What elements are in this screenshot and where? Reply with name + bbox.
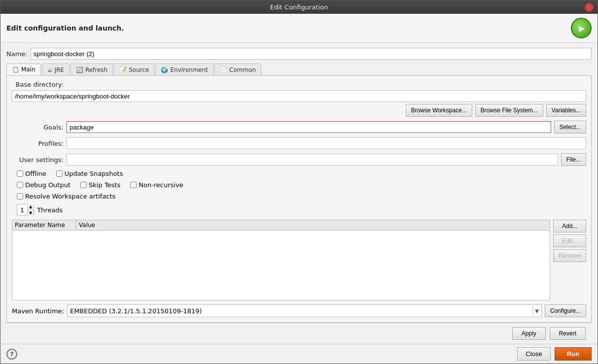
param-buttons: Add... Edit... Remove bbox=[553, 220, 586, 300]
threads-row: 1 ▲ ▼ Threads bbox=[12, 204, 586, 216]
offline-checkbox[interactable] bbox=[17, 170, 23, 177]
user-settings-label: User settings: bbox=[12, 156, 64, 164]
user-settings-row: User settings: File... bbox=[12, 153, 586, 166]
param-col-value: Value bbox=[76, 220, 550, 230]
tab-environment-label: Environment bbox=[170, 66, 208, 73]
apply-revert-bar: Apply Revert bbox=[6, 323, 592, 344]
edit-button[interactable]: Edit... bbox=[553, 234, 586, 247]
tab-environment-icon: 🌍 bbox=[161, 66, 168, 73]
tab-jre[interactable]: ☕ JRE bbox=[42, 64, 70, 75]
titlebar-title: Edit Configuration bbox=[270, 3, 328, 11]
skip-tests-checkbox[interactable] bbox=[80, 182, 87, 188]
base-directory-label: Base directory: bbox=[12, 81, 64, 88]
update-snapshots-label: Update Snapshots bbox=[65, 170, 123, 177]
footer-buttons: Close Run bbox=[517, 347, 592, 361]
goals-row: Goals: Select... bbox=[12, 121, 586, 133]
update-snapshots-checkbox[interactable] bbox=[56, 170, 63, 177]
tab-common[interactable]: 📄 Common bbox=[214, 64, 261, 75]
param-col-name: Parameter Name bbox=[12, 220, 76, 230]
browse-filesystem-button[interactable]: Browse File System... bbox=[475, 104, 543, 117]
help-button[interactable]: ? bbox=[6, 349, 17, 360]
resolve-workspace-checkbox-item[interactable]: Resolve Workspace artifacts bbox=[17, 193, 115, 200]
param-table: Parameter Name Value bbox=[12, 220, 550, 300]
update-snapshots-checkbox-item[interactable]: Update Snapshots bbox=[56, 170, 123, 177]
name-label: Name: bbox=[6, 50, 28, 58]
help-icon-symbol: ? bbox=[10, 350, 14, 358]
threads-label: Threads bbox=[37, 206, 63, 214]
maven-runtime-value: EMBEDDED (3.2.1/1.5.1.20150109-1819) bbox=[70, 307, 202, 315]
tab-main-icon: 📋 bbox=[12, 66, 19, 73]
checkboxes-row3: Resolve Workspace artifacts bbox=[12, 193, 586, 200]
close-button[interactable]: Close bbox=[517, 347, 550, 361]
apply-button[interactable]: Apply bbox=[512, 327, 546, 340]
non-recursive-checkbox[interactable] bbox=[130, 182, 137, 188]
header-bar: Edit configuration and launch. bbox=[0, 14, 598, 43]
footer-bar: ? Close Run bbox=[0, 344, 598, 364]
user-settings-input[interactable] bbox=[67, 154, 558, 165]
profiles-label: Profiles: bbox=[12, 140, 64, 147]
profiles-row: Profiles: bbox=[12, 137, 586, 149]
tab-jre-label: JRE bbox=[54, 66, 64, 73]
tab-common-label: Common bbox=[229, 66, 256, 73]
tab-content-main: Base directory: Browse Workspace... Brow… bbox=[6, 76, 592, 323]
resolve-workspace-label: Resolve Workspace artifacts bbox=[25, 193, 115, 200]
name-row: Name: bbox=[6, 48, 592, 60]
profiles-input[interactable] bbox=[67, 137, 586, 149]
revert-button[interactable]: Revert bbox=[550, 327, 586, 340]
maven-runtime-select[interactable]: EMBEDDED (3.2.1/1.5.1.20150109-1819) ▼ bbox=[67, 304, 542, 317]
maven-runtime-label: Maven Runtime: bbox=[12, 307, 64, 315]
variables-button[interactable]: Variables... bbox=[546, 104, 586, 117]
tab-common-icon: 📄 bbox=[220, 66, 227, 73]
spinner-down[interactable]: ▼ bbox=[28, 210, 34, 216]
goals-label: Goals: bbox=[12, 124, 64, 131]
debug-output-checkbox[interactable] bbox=[17, 182, 23, 188]
resolve-workspace-checkbox[interactable] bbox=[17, 193, 23, 199]
titlebar: Edit Configuration bbox=[0, 0, 598, 14]
checkboxes-row1: Offline Update Snapshots bbox=[12, 170, 586, 177]
tab-source[interactable]: 📝 Source bbox=[114, 64, 154, 75]
apply-revert-buttons: Apply Revert bbox=[512, 327, 586, 340]
run-button[interactable]: Run bbox=[555, 347, 592, 361]
base-directory-row: Base directory: bbox=[12, 81, 586, 88]
tab-main-label: Main bbox=[21, 66, 35, 73]
debug-output-checkbox-item[interactable]: Debug Output bbox=[17, 181, 70, 189]
param-table-header: Parameter Name Value bbox=[12, 220, 550, 231]
file-button[interactable]: File... bbox=[561, 153, 586, 166]
spinner-arrows[interactable]: ▲ ▼ bbox=[27, 204, 34, 216]
spinner-up[interactable]: ▲ bbox=[28, 204, 34, 210]
tab-refresh[interactable]: 🔄 Refresh bbox=[70, 64, 113, 75]
skip-tests-checkbox-item[interactable]: Skip Tests bbox=[80, 181, 120, 189]
param-body bbox=[12, 231, 550, 300]
configure-button[interactable]: Configure... bbox=[545, 304, 586, 317]
run-icon-button[interactable] bbox=[571, 18, 592, 38]
maven-runtime-row: Maven Runtime: EMBEDDED (3.2.1/1.5.1.201… bbox=[12, 304, 586, 317]
browse-buttons-row: Browse Workspace... Browse File System..… bbox=[12, 104, 586, 117]
close-button[interactable] bbox=[585, 3, 594, 12]
main-content: Name: 📋 Main ☕ JRE 🔄 Refresh 📝 Source � bbox=[0, 43, 598, 344]
tab-refresh-icon: 🔄 bbox=[76, 66, 83, 73]
tab-environment[interactable]: 🌍 Environment bbox=[155, 64, 213, 75]
add-button[interactable]: Add... bbox=[553, 220, 586, 232]
base-directory-section: Base directory: Browse Workspace... Brow… bbox=[12, 81, 586, 117]
offline-checkbox-item[interactable]: Offline bbox=[17, 170, 46, 177]
threads-value: 1 bbox=[17, 206, 27, 214]
header-title: Edit configuration and launch. bbox=[6, 24, 124, 32]
goals-input[interactable] bbox=[67, 121, 551, 133]
param-section: Parameter Name Value Add... Edit... Remo… bbox=[12, 220, 586, 300]
tab-main[interactable]: 📋 Main bbox=[6, 64, 41, 75]
offline-label: Offline bbox=[25, 170, 46, 177]
base-directory-input[interactable] bbox=[12, 90, 586, 102]
non-recursive-label: Non-recursive bbox=[139, 181, 183, 189]
name-input[interactable] bbox=[31, 48, 592, 60]
threads-spinner[interactable]: 1 ▲ ▼ bbox=[17, 204, 34, 216]
debug-output-label: Debug Output bbox=[25, 181, 70, 189]
tab-refresh-label: Refresh bbox=[85, 66, 107, 73]
select-button[interactable]: Select... bbox=[554, 121, 586, 133]
maven-runtime-dropdown-arrow: ▼ bbox=[532, 306, 539, 316]
checkboxes-row2: Debug Output Skip Tests Non-recursive bbox=[12, 181, 586, 189]
tab-source-label: Source bbox=[129, 66, 149, 73]
skip-tests-label: Skip Tests bbox=[89, 181, 120, 189]
remove-button[interactable]: Remove bbox=[553, 249, 586, 262]
browse-workspace-button[interactable]: Browse Workspace... bbox=[406, 104, 472, 117]
non-recursive-checkbox-item[interactable]: Non-recursive bbox=[130, 181, 183, 189]
